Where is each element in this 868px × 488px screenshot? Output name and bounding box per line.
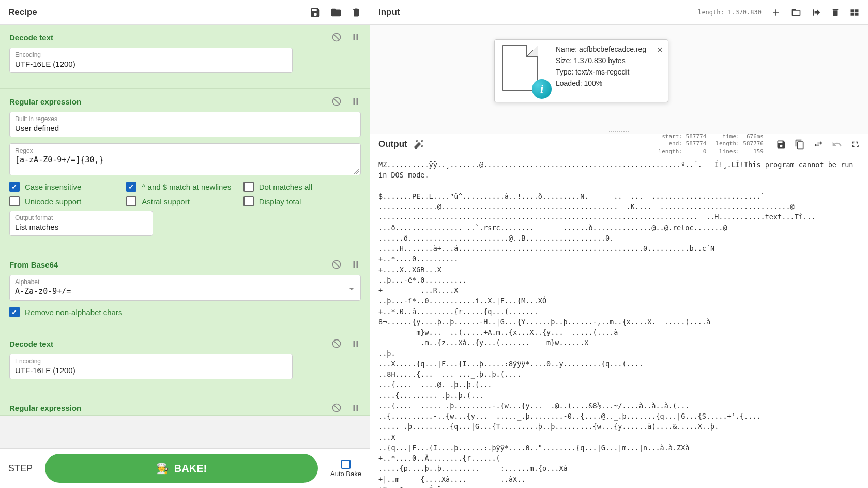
builtin-regex-field[interactable]: Built in regexes User defined: [9, 112, 361, 137]
op-regex: Regular expression Built in regexes User…: [0, 89, 370, 252]
open-folder-icon[interactable]: [790, 7, 802, 18]
encoding-field[interactable]: Encoding UTF-16LE (1200): [9, 354, 293, 379]
clear-input-icon[interactable]: [831, 7, 840, 18]
op-regex-2: Regular expression: [0, 395, 370, 416]
disable-op-icon[interactable]: [331, 96, 342, 107]
op-title: From Base64: [9, 260, 58, 269]
op-decode-text-2: Decode text Encoding UTF-16LE (1200): [0, 331, 370, 395]
magic-icon[interactable]: [414, 139, 424, 150]
input-header: Input length: 1.370.830: [370, 0, 868, 25]
pause-op-icon[interactable]: [351, 259, 360, 270]
case-insensitive-checkbox[interactable]: Case insensitive: [9, 182, 126, 192]
newlines-checkbox[interactable]: ^ and $ match at newlines: [126, 182, 243, 192]
disable-op-icon[interactable]: [331, 32, 342, 42]
file-info-popup: i Name: acfbbcbefecadce.reg Size: 1.370.…: [494, 39, 668, 102]
reset-layout-icon[interactable]: [849, 7, 860, 18]
info-badge-icon: i: [532, 79, 552, 99]
recipe-footer: STEP 👨‍🍳 BAKE! Auto Bake: [0, 448, 370, 488]
input-length: length: 1.370.830: [698, 9, 762, 16]
step-button[interactable]: STEP: [8, 463, 33, 474]
op-title: Regular expression: [9, 404, 81, 412]
pause-op-icon[interactable]: [351, 403, 360, 413]
recipe-list: Decode text Encoding UTF-16LE (1200) Reg…: [0, 25, 370, 448]
pause-op-icon[interactable]: [351, 32, 360, 42]
recipe-title: Recipe: [8, 7, 37, 18]
output-title: Output: [378, 139, 407, 150]
bake-button[interactable]: 👨‍🍳 BAKE!: [45, 454, 318, 483]
pause-op-icon[interactable]: [351, 338, 360, 349]
op-title: Regular expression: [9, 97, 81, 106]
undo-icon[interactable]: [832, 139, 842, 150]
output-stats-left: start: 587774 end: 587774 length: 0: [659, 133, 707, 155]
load-recipe-icon[interactable]: [330, 7, 342, 18]
file-loaded: Loaded: 100%: [556, 79, 646, 87]
output-format-field[interactable]: Output format List matches: [9, 211, 153, 236]
regex-field[interactable]: Regex [a-zA-Z0-9+/=]{30,}: [9, 143, 361, 175]
file-type: Type: text/x-ms-regedit: [556, 68, 646, 76]
open-file-icon[interactable]: [811, 7, 821, 18]
alphabet-field[interactable]: Alphabet A-Za-z0-9+/=: [9, 275, 361, 301]
autobake-checkbox[interactable]: [341, 460, 351, 469]
maximise-icon[interactable]: [850, 140, 860, 149]
file-icon: i: [502, 45, 549, 97]
output-text[interactable]: MZ..........ÿÿ..¸.......@...............…: [370, 155, 868, 488]
disable-op-icon[interactable]: [331, 403, 342, 413]
op-from-base64: From Base64 Alphabet A-Za-z0-9+/= Remove…: [0, 252, 370, 331]
file-size: Size: 1.370.830 bytes: [556, 56, 646, 65]
recipe-header: Recipe: [0, 0, 370, 25]
unicode-checkbox[interactable]: Unicode support: [9, 196, 126, 206]
astral-checkbox[interactable]: Astral support: [126, 196, 243, 206]
output-stats-right: time: 676ms length: 587776 lines: 159: [715, 133, 764, 155]
display-total-checkbox[interactable]: Display total: [243, 196, 360, 206]
pause-op-icon[interactable]: [351, 96, 360, 107]
copy-output-icon[interactable]: [795, 139, 805, 150]
close-icon[interactable]: ×: [657, 44, 663, 56]
autobake-toggle[interactable]: Auto Bake: [330, 460, 361, 478]
chef-icon: 👨‍🍳: [156, 462, 169, 475]
disable-op-icon[interactable]: [331, 338, 342, 349]
add-input-icon[interactable]: [771, 7, 781, 18]
remove-nonalpha-checkbox[interactable]: Remove non-alphabet chars: [9, 307, 122, 317]
save-recipe-icon[interactable]: [310, 7, 321, 18]
encoding-field[interactable]: Encoding UTF-16LE (1200): [9, 48, 293, 73]
clear-recipe-icon[interactable]: [351, 7, 361, 18]
op-title: Decode text: [9, 33, 53, 42]
dot-matches-checkbox[interactable]: Dot matches all: [243, 182, 360, 192]
op-decode-text-1: Decode text Encoding UTF-16LE (1200): [0, 25, 370, 89]
save-output-icon[interactable]: [776, 139, 786, 150]
file-name: Name: acfbbcbefecadce.reg: [556, 45, 646, 53]
op-title: Decode text: [9, 339, 53, 348]
output-header: Output start: 587774 end: 587774 length:…: [370, 134, 868, 155]
replace-input-icon[interactable]: [813, 139, 824, 150]
input-title: Input: [378, 7, 400, 18]
disable-op-icon[interactable]: [331, 259, 342, 270]
input-area[interactable]: i Name: acfbbcbefecadce.reg Size: 1.370.…: [370, 25, 868, 130]
